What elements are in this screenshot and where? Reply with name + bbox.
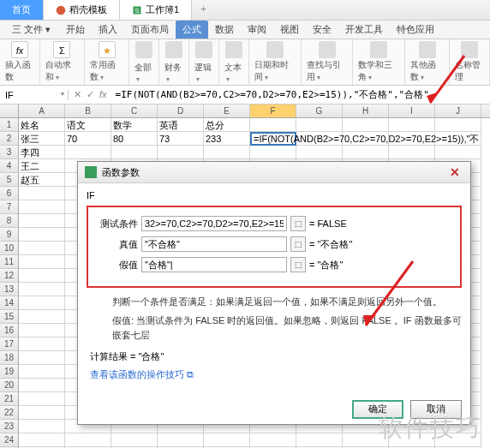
cell[interactable]: 数学 (111, 118, 158, 132)
row-header[interactable]: 5 (0, 173, 19, 187)
cell[interactable]: 张三 (19, 132, 65, 146)
cell[interactable] (19, 337, 65, 351)
cell[interactable]: 233 (204, 132, 250, 146)
rtab-feature[interactable]: 特色应用 (390, 21, 441, 39)
cell[interactable] (19, 433, 65, 447)
tab-workbook[interactable]: S 工作簿1 (120, 0, 192, 20)
col-a[interactable]: A (19, 105, 65, 117)
cell[interactable] (158, 146, 204, 159)
rtab-dev[interactable]: 开发工具 (338, 21, 390, 39)
tool-autosum[interactable]: Σ自动求和 (40, 39, 85, 85)
dialog-titlebar[interactable]: 函数参数 ✕ (78, 162, 470, 183)
input-false[interactable] (141, 257, 287, 272)
row-header[interactable]: 23 (0, 420, 19, 433)
row-header[interactable]: 14 (0, 296, 19, 310)
cell[interactable] (19, 351, 65, 365)
tool-logic[interactable]: 逻辑 (189, 39, 219, 85)
cell[interactable]: 李四 (19, 146, 65, 159)
row-header[interactable]: 8 (0, 214, 19, 228)
col-i[interactable]: I (389, 105, 435, 117)
cell[interactable] (296, 433, 343, 447)
row-header[interactable]: 6 (0, 187, 19, 200)
cell[interactable] (19, 392, 65, 406)
cell[interactable] (250, 433, 296, 447)
cell[interactable]: 73 (158, 132, 204, 146)
cell[interactable]: 语文 (65, 118, 111, 132)
tab-template[interactable]: 稻壳模板 (44, 0, 120, 20)
rtab-start[interactable]: 开始 (59, 21, 92, 39)
col-g[interactable]: G (296, 105, 343, 117)
cell[interactable] (19, 406, 65, 420)
tool-other[interactable]: 其他函数 (405, 39, 450, 85)
file-menu[interactable]: 三 文件 ▾ (3, 21, 59, 39)
cell[interactable] (343, 146, 389, 159)
rtab-data[interactable]: 数据 (208, 21, 241, 39)
row-header[interactable]: 15 (0, 310, 19, 324)
cell[interactable] (19, 296, 65, 310)
input-true[interactable] (141, 236, 287, 252)
tool-common[interactable]: ★常用函数 (85, 39, 129, 85)
name-box[interactable]: IF (0, 90, 69, 100)
col-f[interactable]: F (250, 105, 296, 117)
rtab-review[interactable]: 审阅 (241, 21, 273, 39)
cell[interactable] (296, 118, 343, 132)
cell[interactable] (204, 433, 250, 447)
col-b[interactable]: B (65, 105, 111, 117)
row-header[interactable]: 10 (0, 242, 19, 255)
tool-text[interactable]: 文本 (219, 39, 249, 85)
range-select-icon[interactable]: ⬚ (290, 236, 306, 252)
cell[interactable]: 赵五 (19, 173, 65, 187)
cell[interactable] (19, 187, 65, 200)
range-select-icon[interactable]: ⬚ (290, 216, 306, 231)
tool-finance[interactable]: 财务 (159, 39, 189, 85)
cell[interactable] (19, 269, 65, 283)
row-header[interactable]: 24 (0, 433, 19, 447)
row-header[interactable]: 12 (0, 269, 19, 283)
cell[interactable] (19, 324, 65, 337)
tool-math[interactable]: 数学和三角 (353, 39, 405, 85)
tool-lookup[interactable]: 查找与引用 (302, 39, 354, 85)
cell[interactable] (343, 118, 389, 132)
cell[interactable] (250, 146, 296, 159)
cell[interactable] (111, 146, 158, 159)
cell[interactable]: 70 (65, 132, 111, 146)
row-header[interactable]: 22 (0, 406, 19, 420)
row-header[interactable]: 13 (0, 283, 19, 296)
cell[interactable] (65, 433, 111, 447)
accept-icon[interactable]: ✓ (87, 89, 94, 100)
cell[interactable] (389, 118, 435, 132)
col-d[interactable]: D (158, 105, 204, 117)
cell[interactable]: =IF(NOT(AND(B2>=70,C2>=70,D2>=70,E2>=15)… (250, 132, 296, 146)
cell[interactable]: 姓名 (19, 118, 65, 132)
row-header[interactable]: 21 (0, 392, 19, 406)
cell[interactable] (111, 433, 158, 447)
cell[interactable] (19, 420, 65, 433)
cell[interactable] (19, 310, 65, 324)
col-h[interactable]: H (343, 105, 389, 117)
tab-home[interactable]: 首页 (0, 0, 44, 20)
cell[interactable] (65, 146, 111, 159)
row-header[interactable]: 2 (0, 132, 19, 146)
help-link[interactable]: 查看该函数的操作技巧 ⧉ (90, 368, 462, 381)
row-header[interactable]: 9 (0, 228, 19, 242)
row-header[interactable]: 3 (0, 146, 19, 159)
tool-insert-fn[interactable]: fx插入函数 (0, 39, 40, 85)
tool-datetime[interactable]: 日期和时间 (249, 39, 302, 85)
tool-all[interactable]: 全部 (129, 39, 159, 85)
cell[interactable]: 英语 (158, 118, 204, 132)
cell[interactable] (19, 214, 65, 228)
cell[interactable] (19, 365, 65, 379)
cell[interactable]: 80 (111, 132, 158, 146)
row-header[interactable]: 7 (0, 200, 19, 214)
row-header[interactable]: 4 (0, 159, 19, 173)
cell[interactable]: 总分 (204, 118, 250, 132)
cell[interactable]: 王二 (19, 159, 65, 173)
rtab-insert[interactable]: 插入 (92, 21, 124, 39)
rtab-formula[interactable]: 公式 (176, 21, 208, 39)
cell[interactable] (389, 146, 435, 159)
cell[interactable] (296, 146, 343, 159)
row-header[interactable]: 20 (0, 379, 19, 392)
range-select-icon[interactable]: ⬚ (290, 257, 306, 272)
select-all-corner[interactable] (0, 105, 19, 117)
col-j[interactable]: J (435, 105, 481, 117)
